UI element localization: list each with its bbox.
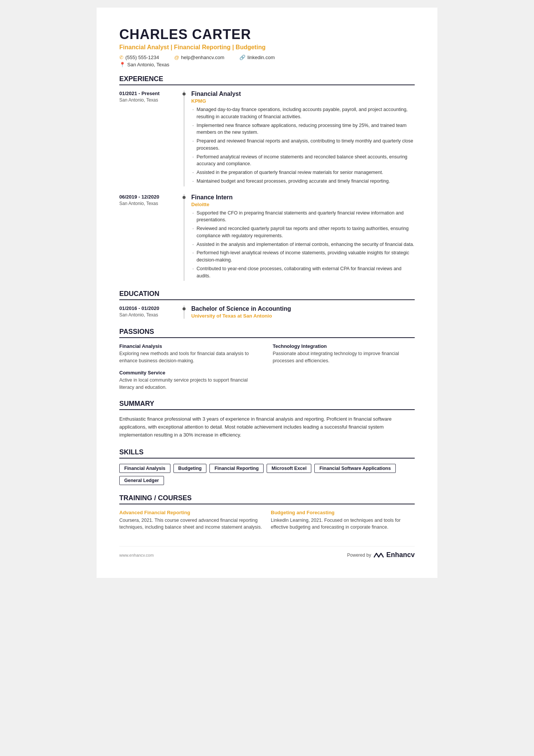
edu-degree-1: Bachelor of Science in Accounting bbox=[191, 305, 415, 312]
passion-desc-1: Exploring new methods and tools for fina… bbox=[119, 350, 261, 365]
training-item-1: Advanced Financial Reporting Coursera, 2… bbox=[119, 510, 263, 531]
passion-title-1: Financial Analysis bbox=[119, 343, 261, 349]
exp-bullet-1-3: Prepared and reviewed financial reports … bbox=[191, 138, 415, 152]
exp-left-2: 06/2019 - 12/2020 San Antonio, Texas bbox=[119, 194, 184, 281]
passion-title-2: Technology Integration bbox=[273, 343, 415, 349]
candidate-name: CHARLES CARTER bbox=[119, 27, 415, 42]
contact-linkedin: 🔗 linkedin.com bbox=[239, 55, 275, 60]
enhancv-logo-icon bbox=[373, 552, 384, 559]
edu-dot-1 bbox=[183, 307, 186, 310]
linkedin-icon: 🔗 bbox=[239, 55, 245, 60]
edu-date-1: 01/2016 - 01/2020 bbox=[119, 305, 184, 311]
exp-jobtitle-2: Finance Intern bbox=[191, 194, 415, 201]
enhancv-brand-name: Enhancv bbox=[386, 551, 415, 559]
contact-location: 📍 San Antonio, Texas bbox=[119, 62, 169, 67]
summary-section: SUMMARY Enthusiastic finance professiona… bbox=[119, 400, 415, 439]
exp-bullet-2-2: Reviewed and reconciled quarterly payrol… bbox=[191, 225, 415, 239]
exp-date-1: 01/2021 - Present bbox=[119, 91, 180, 96]
exp-jobtitle-1: Financial Analyst bbox=[191, 91, 415, 97]
resume-page: CHARLES CARTER Financial Analyst | Finan… bbox=[97, 8, 437, 578]
exp-bullet-2-1: Supported the CFO in preparing financial… bbox=[191, 210, 415, 224]
training-item-2: Budgeting and Forecasting LinkedIn Learn… bbox=[271, 510, 415, 531]
experience-item-1: 01/2021 - Present San Antonio, Texas Fin… bbox=[119, 91, 415, 186]
exp-location-1: San Antonio, Texas bbox=[119, 97, 180, 103]
footer: www.enhancv.com Powered by Enhancv bbox=[119, 546, 415, 559]
exp-bullets-2: Supported the CFO in preparing financial… bbox=[191, 210, 415, 280]
exp-date-2: 06/2019 - 12/2020 bbox=[119, 194, 180, 200]
training-section-title: TRAINING / COURSES bbox=[119, 494, 415, 504]
passions-section: PASSIONS Financial Analysis Exploring ne… bbox=[119, 328, 415, 391]
training-title-2: Budgeting and Forecasting bbox=[271, 510, 415, 515]
passion-item-1: Financial Analysis Exploring new methods… bbox=[119, 343, 261, 365]
exp-right-2: Finance Intern Deloitte Supported the CF… bbox=[184, 194, 415, 281]
exp-company-2: Deloitte bbox=[191, 202, 415, 207]
skill-tag-3: Financial Reporting bbox=[209, 464, 264, 473]
email-icon: @ bbox=[174, 55, 179, 60]
skill-tag-6: General Ledger bbox=[119, 476, 164, 485]
edu-right-1: Bachelor of Science in Accounting Univer… bbox=[184, 305, 415, 319]
footer-brand: Powered by Enhancv bbox=[347, 551, 415, 559]
skills-section-title: SKILLS bbox=[119, 448, 415, 459]
exp-bullet-1-1: Managed day-to-day finance operations, i… bbox=[191, 106, 415, 121]
exp-bullet-1-6: Maintained budget and forecast processes… bbox=[191, 178, 415, 185]
skill-tag-4: Microsoft Excel bbox=[267, 464, 311, 473]
contact-phone: ✆ (555) 555-1234 bbox=[119, 55, 159, 60]
passion-desc-2: Passionate about integrating technology … bbox=[273, 350, 415, 365]
exp-bullet-1-4: Performed analytical reviews of income s… bbox=[191, 153, 415, 168]
exp-right-1: Financial Analyst KPMG Managed day-to-da… bbox=[184, 91, 415, 186]
passion-item-3: Community Service Active in local commun… bbox=[119, 370, 261, 391]
exp-bullet-2-3: Assisted in the analysis and implementat… bbox=[191, 241, 415, 248]
edu-left-1: 01/2016 - 01/2020 San Antonio, Texas bbox=[119, 305, 184, 319]
candidate-title: Financial Analyst | Financial Reporting … bbox=[119, 44, 415, 51]
education-section: EDUCATION 01/2016 - 01/2020 San Antonio,… bbox=[119, 290, 415, 319]
exp-bullet-2-5: Contributed to year-end close processes,… bbox=[191, 265, 415, 280]
training-section: TRAINING / COURSES Advanced Financial Re… bbox=[119, 494, 415, 531]
exp-dot-1 bbox=[183, 92, 186, 95]
summary-text: Enthusiastic finance professional with 3… bbox=[119, 415, 415, 439]
powered-by-text: Powered by bbox=[347, 553, 371, 558]
passions-section-title: PASSIONS bbox=[119, 328, 415, 338]
location-icon: 📍 bbox=[119, 62, 125, 67]
education-item-1: 01/2016 - 01/2020 San Antonio, Texas Bac… bbox=[119, 305, 415, 319]
education-section-title: EDUCATION bbox=[119, 290, 415, 300]
passion-desc-3: Active in local community service projec… bbox=[119, 377, 261, 391]
passion-item-2: Technology Integration Passionate about … bbox=[273, 343, 415, 365]
phone-icon: ✆ bbox=[119, 55, 123, 60]
exp-left-1: 01/2021 - Present San Antonio, Texas bbox=[119, 91, 184, 186]
exp-company-1: KPMG bbox=[191, 98, 415, 104]
edu-location-1: San Antonio, Texas bbox=[119, 312, 184, 318]
exp-dot-2 bbox=[183, 196, 186, 199]
summary-section-title: SUMMARY bbox=[119, 400, 415, 410]
training-grid: Advanced Financial Reporting Coursera, 2… bbox=[119, 510, 415, 531]
skills-container: Financial Analysis Budgeting Financial R… bbox=[119, 464, 415, 485]
passion-title-3: Community Service bbox=[119, 370, 261, 376]
exp-bullet-2-4: Performed high-level analytical reviews … bbox=[191, 249, 415, 264]
experience-item-2: 06/2019 - 12/2020 San Antonio, Texas Fin… bbox=[119, 194, 415, 281]
training-title-1: Advanced Financial Reporting bbox=[119, 510, 263, 515]
header: CHARLES CARTER Financial Analyst | Finan… bbox=[119, 27, 415, 67]
edu-school-1: University of Texas at San Antonio bbox=[191, 313, 415, 319]
exp-location-2: San Antonio, Texas bbox=[119, 201, 180, 206]
skills-section: SKILLS Financial Analysis Budgeting Fina… bbox=[119, 448, 415, 485]
experience-section: EXPERIENCE 01/2021 - Present San Antonio… bbox=[119, 75, 415, 281]
contact-email: @ help@enhancv.com bbox=[174, 55, 224, 60]
skill-tag-1: Financial Analysis bbox=[119, 464, 170, 473]
exp-bullets-1: Managed day-to-day finance operations, i… bbox=[191, 106, 415, 185]
exp-bullet-1-5: Assisted in the preparation of quarterly… bbox=[191, 169, 415, 176]
exp-bullet-1-2: Implemented new finance software applica… bbox=[191, 122, 415, 136]
skill-tag-5: Financial Software Applications bbox=[314, 464, 395, 473]
footer-website: www.enhancv.com bbox=[119, 553, 154, 557]
contact-row-1: ✆ (555) 555-1234 @ help@enhancv.com 🔗 li… bbox=[119, 55, 415, 60]
experience-section-title: EXPERIENCE bbox=[119, 75, 415, 85]
training-desc-1: Coursera, 2021. This course covered adva… bbox=[119, 517, 263, 531]
contact-row-2: 📍 San Antonio, Texas bbox=[119, 62, 415, 67]
skill-tag-2: Budgeting bbox=[173, 464, 207, 473]
training-desc-2: LinkedIn Learning, 2021. Focused on tech… bbox=[271, 517, 415, 531]
passions-grid: Financial Analysis Exploring new methods… bbox=[119, 343, 415, 391]
